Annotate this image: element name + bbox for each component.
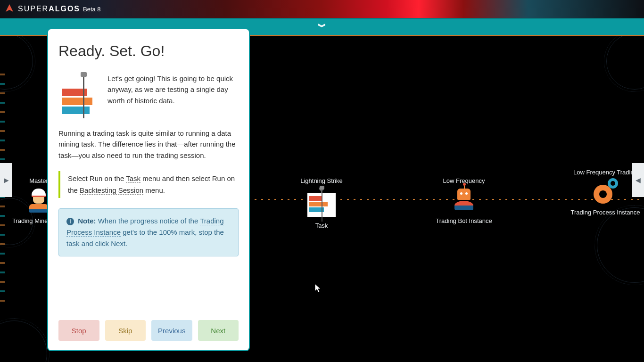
decorative-dial xyxy=(0,321,47,362)
decorative-dial xyxy=(606,33,644,90)
brand-sub: Beta 8 xyxy=(83,6,101,13)
brand-header: SUPERALGOS Beta 8 xyxy=(0,0,644,18)
node-top-label: Lightning Strike xyxy=(284,177,359,184)
panel-title: Ready. Set. Go! xyxy=(58,42,239,60)
task-icon xyxy=(307,191,336,219)
tutorial-panel: Ready. Set. Go! Let's get going! This is… xyxy=(47,28,250,351)
node-bottom-label: Task xyxy=(284,222,359,230)
decorative-dial xyxy=(597,207,644,283)
panel-paragraph: Running a trading task is quite similar … xyxy=(58,128,239,161)
link-task[interactable]: Task xyxy=(126,174,140,183)
info-icon: i xyxy=(66,218,74,225)
stop-button[interactable]: Stop xyxy=(58,320,99,341)
note-label: Note: xyxy=(78,217,96,225)
task-icon xyxy=(58,73,99,115)
note-text: When the progress notice of the xyxy=(96,217,200,225)
node-lightning-strike-task[interactable]: Lightning Strike Task xyxy=(284,177,359,230)
node-bottom-label: Trading Bot Instance xyxy=(426,217,502,225)
node-bottom-label: Trading Process Instance xyxy=(568,209,643,217)
chevron-double-down-icon: ︾ xyxy=(318,21,326,33)
next-button[interactable]: Next xyxy=(198,320,239,341)
previous-button[interactable]: Previous xyxy=(151,320,192,341)
edge-handle-right[interactable]: ◀ xyxy=(632,163,644,197)
chevron-right-icon: ▶ xyxy=(4,176,9,184)
intro-text: Let's get going! This is going to be qui… xyxy=(107,73,239,115)
brand-name: SUPERALGOS xyxy=(18,5,80,13)
intro-row: Let's get going! This is going to be qui… xyxy=(58,73,239,115)
mouse-cursor xyxy=(315,284,322,295)
robot-icon xyxy=(450,186,478,214)
panel-note: i Note: When the progress notice of the … xyxy=(58,208,239,256)
gear-icon xyxy=(591,178,619,206)
decorative-dial xyxy=(0,33,33,90)
panel-callout: Select Run on the Task menu and then sel… xyxy=(58,171,239,198)
chevron-left-icon: ◀ xyxy=(636,176,641,184)
node-low-frequency-trading-bot[interactable]: Low Frequency Trading Bot Instance xyxy=(426,177,502,225)
edge-handle-left[interactable]: ▶ xyxy=(0,163,12,197)
logo-icon xyxy=(4,3,15,15)
callout-text: Select Run on the xyxy=(68,174,126,182)
callout-text: menu. xyxy=(143,186,165,194)
link-backtesting-session[interactable]: Backtesting Session xyxy=(80,186,143,195)
skip-button[interactable]: Skip xyxy=(105,320,146,341)
panel-button-row: Stop Skip Previous Next xyxy=(58,320,239,341)
